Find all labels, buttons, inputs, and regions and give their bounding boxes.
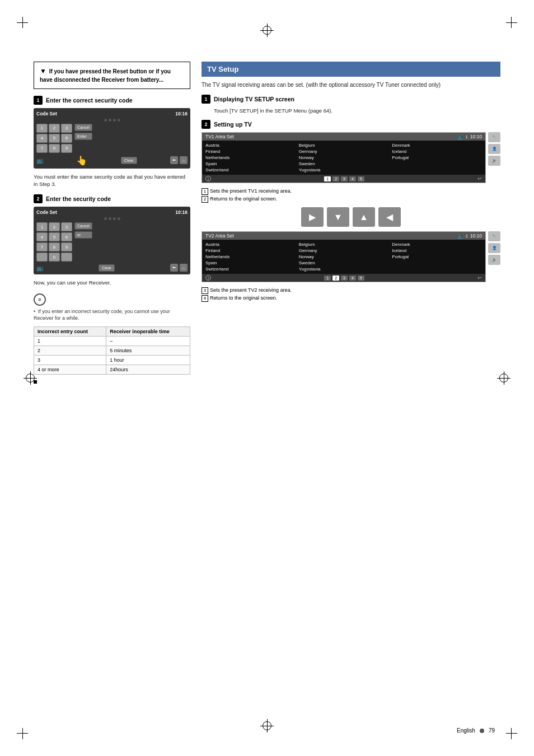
- tv1-main-area: TV1 Area Set 📺 1 10:10 Austria Finland: [202, 132, 486, 185]
- clear-button-2[interactable]: Clear: [99, 264, 115, 272]
- tv1-note-1: 1 Sets the present TV1 receiving area.: [202, 188, 500, 195]
- tv1-tab-1: 1: [466, 135, 468, 139]
- tv1-tab-btn-3[interactable]: 3: [341, 176, 348, 181]
- tv2-note-1: 3 Sets the present TV2 receiving area.: [202, 287, 500, 295]
- tv1-area-mock: TV1 Area Set 📺 1 10:10 Austria Finland: [202, 132, 486, 183]
- key-1[interactable]: 1: [36, 124, 48, 133]
- arrow-up[interactable]: ▲: [353, 207, 375, 227]
- country-item: Iceland: [392, 149, 482, 154]
- enter-button-2[interactable]: er: [74, 231, 92, 239]
- key-3b[interactable]: 3: [61, 222, 72, 231]
- table-row: 2 5 minutes: [34, 346, 190, 355]
- tv1-note-text-1: Sets the present TV1 receiving area.: [210, 188, 292, 195]
- tv2-tab-btn-2[interactable]: 2: [332, 276, 339, 281]
- key-2[interactable]: 2: [49, 124, 60, 133]
- right-step2-title: Setting up TV: [214, 121, 252, 128]
- tv2-tab-btn-5[interactable]: 5: [358, 276, 364, 281]
- registration-mark-tr: [500, 17, 517, 34]
- pin-dot: [118, 119, 120, 122]
- note-num-1: 1: [202, 188, 208, 195]
- tv2-nav: 3 1 2 3 4 5 ↩: [202, 274, 485, 282]
- bottom-bullet: [34, 380, 190, 384]
- tv1-time: 10:10: [470, 134, 482, 139]
- country-item: Portugal: [392, 155, 482, 160]
- tv1-tab-btn-5[interactable]: 5: [358, 176, 364, 181]
- device-keypad-2: 1 2 3 4 5 6 7 8 9 0: [36, 222, 72, 262]
- key-8[interactable]: 8: [49, 144, 60, 153]
- key-0b[interactable]: 0: [49, 253, 60, 262]
- device-title-bar-1: Code Set 10:16: [36, 111, 188, 116]
- note-icon: ≡: [34, 293, 46, 306]
- pin-dots-2: [36, 217, 188, 220]
- step1-section: 1 Enter the correct security code Code S…: [34, 96, 190, 188]
- key-1b[interactable]: 1: [36, 222, 48, 231]
- table-cell-count: 4 or more: [34, 365, 106, 374]
- page-footer: English 79: [457, 727, 495, 734]
- warning-text: If you have pressed the Reset button or …: [40, 68, 171, 83]
- tv2-tab-indicator: 2: [466, 234, 468, 238]
- enter-button-1[interactable]: Enter: [74, 133, 92, 140]
- note-section: ≡ • If you enter an incorrect security c…: [34, 293, 190, 322]
- key-8b[interactable]: 8: [49, 242, 60, 251]
- step1-number: 1: [34, 96, 43, 105]
- key-blank1: [36, 253, 48, 262]
- key-5[interactable]: 5: [49, 134, 60, 143]
- right-step1-number: 1: [202, 95, 210, 104]
- key-4[interactable]: 4: [36, 134, 48, 143]
- key-6[interactable]: 6: [61, 134, 72, 143]
- tv1-tab-btn-2[interactable]: 2: [332, 176, 339, 181]
- tv2-tab-btn-1[interactable]: 1: [324, 276, 331, 281]
- country-item: Belgium: [299, 143, 389, 148]
- arrow-buttons: ▶ ▼ ▲ ◀: [202, 207, 500, 227]
- key-7[interactable]: 7: [36, 144, 48, 153]
- pin-dot: [109, 119, 111, 122]
- tv2-return: ↩: [477, 275, 482, 281]
- tv2-tab-btn-4[interactable]: 4: [349, 276, 356, 281]
- key-9[interactable]: 9: [61, 144, 72, 153]
- key-2b[interactable]: 2: [49, 222, 60, 231]
- device-keypad-1: 1 2 3 4 5 6 7 8 9: [36, 124, 72, 153]
- tv1-nav-indicator: 1: [205, 176, 211, 181]
- tv1-circle-1: 1: [205, 176, 211, 181]
- step1-title: Enter the correct security code: [46, 97, 133, 104]
- right-step2-header: 2 Setting up TV: [202, 120, 500, 129]
- tv2-main-area: TV2 Area Set 📺 2 10:10 Austria Finland: [202, 231, 486, 284]
- key-4b[interactable]: 4: [36, 232, 48, 241]
- clear-button-1[interactable]: Clear: [121, 157, 137, 164]
- pin-dot: [104, 119, 107, 122]
- country-item: Sweden: [299, 260, 389, 265]
- country-item: Denmark: [392, 143, 482, 148]
- country-item: Netherlands: [205, 155, 296, 160]
- tv1-tab-btn-1[interactable]: 1: [324, 176, 331, 181]
- step2-description: Now, you can use your Receiver.: [34, 279, 190, 286]
- table-row: 4 or more 24hours: [34, 365, 190, 374]
- tv1-body: Austria Finland Netherlands Spain Switze…: [202, 141, 485, 175]
- pin-dot: [113, 119, 116, 122]
- cancel-button-1[interactable]: Cancel: [74, 124, 92, 131]
- page-dot: [480, 729, 484, 733]
- arrow-play[interactable]: ▶: [301, 207, 324, 227]
- tv1-tab-btn-4[interactable]: 4: [349, 176, 356, 181]
- arrow-down[interactable]: ▼: [327, 207, 349, 227]
- tv1-col3: Denmark Iceland Portugal: [392, 143, 482, 172]
- home-icon-2: ⌂: [180, 264, 188, 272]
- tv1-sidebar-icon-2: 👤: [488, 144, 500, 154]
- key-7b[interactable]: 7: [36, 242, 48, 251]
- tv2-nav-indicator: 3: [205, 275, 211, 281]
- crosshair-bottom: [260, 719, 274, 732]
- key-6b[interactable]: 6: [61, 232, 72, 241]
- right-step2-number: 2: [202, 120, 210, 129]
- tv2-tab-btn-3[interactable]: 3: [341, 276, 348, 281]
- tv1-nav: 1 1 2 3 4 5 ↩: [202, 175, 485, 183]
- key-9b[interactable]: 9: [61, 242, 72, 251]
- cancel-button-2[interactable]: Cancel: [74, 222, 92, 230]
- warning-arrow: ▼: [40, 67, 46, 76]
- tv1-col2: Belgium Germany Norway Sweden Yugoslavia: [299, 143, 389, 172]
- key-3[interactable]: 3: [61, 124, 72, 133]
- key-5b[interactable]: 5: [49, 232, 60, 241]
- device-title-1: Code Set: [36, 111, 57, 116]
- tv2-sidebar-icon-2: 👤: [488, 243, 500, 253]
- arrow-back[interactable]: ◀: [378, 207, 401, 227]
- tv-setup-header: TV Setup: [202, 62, 500, 77]
- pin-dot: [109, 217, 111, 220]
